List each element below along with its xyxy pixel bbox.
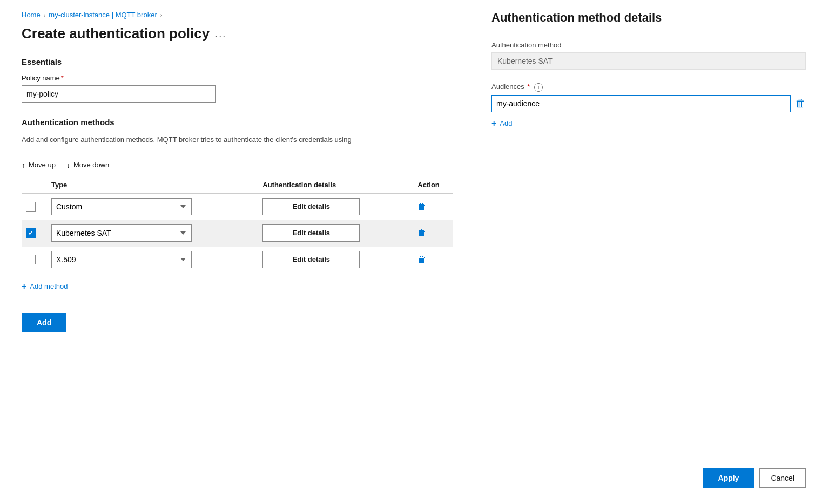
col-action: Action bbox=[413, 176, 453, 194]
chevron-icon-1: › bbox=[44, 12, 46, 18]
policy-name-label: Policy name* bbox=[22, 74, 453, 82]
row3-edit-button[interactable]: Edit details bbox=[262, 251, 360, 268]
essentials-title: Essentials bbox=[22, 57, 453, 66]
right-panel-footer: Apply Cancel bbox=[703, 468, 806, 488]
table-row: Custom Kubernetes SAT X.509 Edit details… bbox=[22, 193, 453, 220]
row2-checkbox-cell bbox=[22, 220, 47, 246]
row2-action-cell: 🗑 bbox=[413, 220, 453, 246]
row1-delete-button[interactable]: 🗑 bbox=[417, 202, 426, 212]
row3-checkbox-cell bbox=[22, 246, 47, 273]
row2-delete-button[interactable]: 🗑 bbox=[417, 228, 426, 238]
audiences-delete-button[interactable]: 🗑 bbox=[795, 97, 806, 110]
page-title: Create authentication policy bbox=[22, 25, 210, 42]
move-up-icon: ↑ bbox=[22, 161, 25, 169]
audiences-label-row: Audiences * i bbox=[491, 83, 806, 92]
plus-icon: + bbox=[22, 282, 26, 291]
move-up-button[interactable]: ↑ Move up bbox=[22, 161, 56, 169]
col-type: Type bbox=[47, 176, 258, 194]
cancel-button[interactable]: Cancel bbox=[759, 468, 806, 488]
move-down-icon: ↓ bbox=[66, 161, 70, 169]
breadcrumb-home[interactable]: Home bbox=[22, 11, 41, 19]
breadcrumb: Home › my-cluster-instance | MQTT broker… bbox=[22, 11, 453, 19]
chevron-icon-2: › bbox=[160, 12, 163, 18]
row1-action-cell: 🗑 bbox=[413, 193, 453, 220]
row3-delete-button[interactable]: 🗑 bbox=[417, 255, 426, 264]
row2-type-cell: Custom Kubernetes SAT X.509 bbox=[47, 220, 258, 246]
col-auth-details: Authentication details bbox=[258, 176, 413, 194]
row3-type-cell: Custom Kubernetes SAT X.509 bbox=[47, 246, 258, 273]
row2-checkbox[interactable] bbox=[26, 228, 36, 238]
row2-details-cell: Edit details bbox=[258, 220, 413, 246]
move-down-button[interactable]: ↓ Move down bbox=[66, 161, 109, 169]
more-options-button[interactable]: ... bbox=[215, 28, 226, 39]
divider-top bbox=[22, 154, 453, 154]
right-panel-title: Authentication method details bbox=[491, 11, 806, 25]
auth-method-display: Kubernetes SAT bbox=[491, 52, 806, 70]
table-row: Custom Kubernetes SAT X.509 Edit details… bbox=[22, 220, 453, 246]
row3-action-cell: 🗑 bbox=[413, 246, 453, 273]
audiences-info-icon[interactable]: i bbox=[534, 83, 543, 92]
row2-edit-button[interactable]: Edit details bbox=[262, 224, 360, 242]
row3-type-select[interactable]: Custom Kubernetes SAT X.509 bbox=[51, 251, 192, 268]
col-checkbox bbox=[22, 176, 47, 194]
move-buttons-row: ↑ Move up ↓ Move down bbox=[22, 161, 453, 169]
add-method-button[interactable]: + Add method bbox=[22, 282, 68, 291]
audiences-input[interactable] bbox=[491, 95, 791, 112]
auth-table: Type Authentication details Action Custo… bbox=[22, 176, 453, 273]
auth-methods-section: Authentication methods Add and configure… bbox=[22, 118, 453, 291]
table-row: Custom Kubernetes SAT X.509 Edit details… bbox=[22, 246, 453, 273]
auth-method-label: Authentication method bbox=[491, 41, 806, 49]
row2-type-select[interactable]: Custom Kubernetes SAT X.509 bbox=[51, 224, 192, 242]
essentials-section: Essentials Policy name* bbox=[22, 57, 453, 103]
row1-edit-button[interactable]: Edit details bbox=[262, 198, 360, 215]
add-audience-plus-icon: + bbox=[491, 119, 496, 128]
row1-checkbox[interactable] bbox=[26, 202, 36, 212]
page-title-row: Create authentication policy ... bbox=[22, 25, 453, 42]
left-panel: Home › my-cluster-instance | MQTT broker… bbox=[0, 0, 475, 504]
add-main-button[interactable]: Add bbox=[22, 313, 66, 332]
auth-methods-title: Authentication methods bbox=[22, 118, 453, 127]
row1-details-cell: Edit details bbox=[258, 193, 413, 220]
policy-name-input[interactable] bbox=[22, 85, 216, 103]
audiences-row: 🗑 bbox=[491, 95, 806, 112]
right-panel: Authentication method details Authentica… bbox=[475, 0, 822, 504]
row1-type-cell: Custom Kubernetes SAT X.509 bbox=[47, 193, 258, 220]
breadcrumb-cluster[interactable]: my-cluster-instance | MQTT broker bbox=[49, 11, 157, 19]
row1-checkbox-cell bbox=[22, 193, 47, 220]
apply-button[interactable]: Apply bbox=[703, 468, 754, 488]
row3-checkbox[interactable] bbox=[26, 255, 36, 264]
auth-description: Add and configure authentication methods… bbox=[22, 134, 453, 145]
row3-details-cell: Edit details bbox=[258, 246, 413, 273]
add-audience-button[interactable]: + Add bbox=[491, 119, 512, 128]
row1-type-select[interactable]: Custom Kubernetes SAT X.509 bbox=[51, 198, 192, 215]
